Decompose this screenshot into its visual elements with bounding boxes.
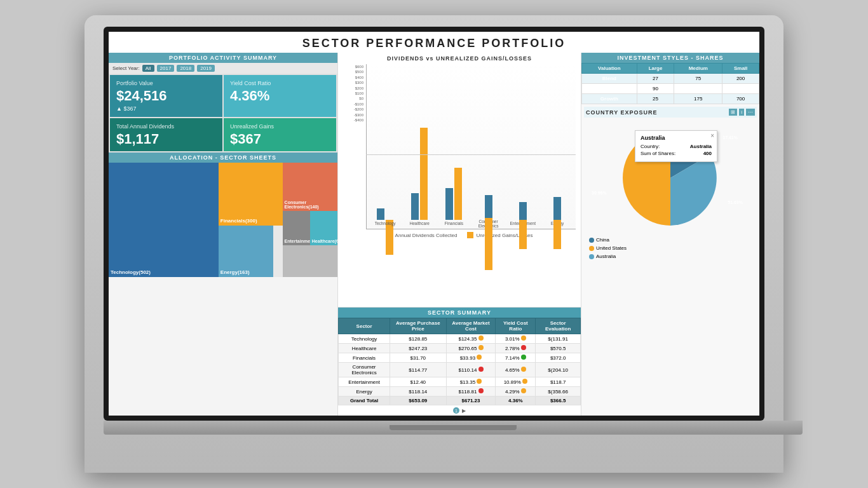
tooltip-shares-row: Sum of Shares: 400 [641, 151, 712, 156]
table-row: Energy $118.14 $118.81 4.29% $(358.66 [339, 387, 581, 396]
treemap-consumer-electronics: Consumer Electronics(140) [283, 163, 337, 211]
total-dividends-label: Total Annual Dividends [116, 123, 216, 130]
table-row: Entertainment $12.40 $13.35 10.89% $118.… [339, 377, 581, 387]
left-panel: PORTFOLIO ACTIVITY SUMMARY Select Year: … [109, 53, 337, 416]
unrealized-gains-label: Unrealized Gains [230, 123, 330, 130]
bar-healthcare-gains [420, 128, 428, 220]
tooltip-title: Australia [641, 135, 712, 141]
legend-china: China [589, 237, 757, 243]
portfolio-summary-header: PORTFOLIO ACTIVITY SUMMARY [109, 53, 337, 63]
legend-dividends: Annual Dividends Collected [386, 232, 458, 238]
total-dividends-value: $1,117 [116, 132, 216, 146]
dot-icon [521, 355, 526, 360]
bar-healthcare-dividends [411, 193, 419, 220]
pie-legend: China United States Australia [584, 237, 757, 259]
chart-section: DIVIDENDS vs UNREALIZED GAINS/LOSSES $60… [338, 53, 581, 307]
year-selector: Select Year: All 2017 2018 2019 [109, 63, 337, 74]
allocation-header: ALLOCATION - SECTOR SHEETS [109, 152, 337, 163]
pie-label-australia: 30.96% [592, 191, 607, 195]
dot-icon [478, 345, 484, 350]
allocation-section: ALLOCATION - SECTOR SHEETS Technology(50… [109, 152, 337, 416]
legend-us-icon [589, 246, 594, 251]
dot-icon [477, 355, 482, 360]
legend-australia: Australia [589, 254, 757, 259]
pie-label-china: 17.41% [722, 135, 738, 140]
col-sector: Sector [339, 318, 390, 334]
legend-gains-icon [467, 232, 473, 238]
col-eval: Sector Evaluation [536, 318, 581, 334]
unrealized-gains-card: Unrealized Gains $367 [224, 118, 336, 151]
chart-controls: ⊞ i ⋯ [729, 109, 755, 116]
table-row: Growth 25 175 700 [582, 94, 759, 104]
unrealized-gains-value: $367 [230, 132, 330, 146]
bar-entertainment-dividends [519, 202, 527, 220]
bar-entertainment-gains [519, 220, 527, 249]
yield-cost-ratio-value: 4.36% [230, 89, 330, 103]
bar-energy-dividends [553, 197, 561, 220]
treemap-financials: Financials(300) [219, 163, 283, 226]
treemap-empty [283, 245, 337, 277]
sector-summary-header: SECTOR SUMMARY [338, 308, 581, 318]
investment-styles-header: INVESTMENT STYLES - SHARES [581, 53, 759, 63]
bar-group-financials: Financials [438, 67, 470, 226]
dot-icon [478, 336, 484, 341]
bar-energy-gains [553, 220, 561, 249]
pie-chart-container: 17.41% 30.96% 51.63% × Australia Country… [584, 124, 757, 232]
country-exposure-header: COUNTRY EXPOSURE ⊞ i ⋯ [584, 107, 757, 118]
more-chart-btn[interactable]: ⋯ [746, 109, 755, 116]
bar-chart: $600 $500 $400 $300 $200 $100 $0 -$100 - [343, 64, 576, 268]
portfolio-value-label: Portfolio Value [116, 80, 216, 86]
total-dividends-card: Total Annual Dividends $1,117 [110, 118, 222, 151]
bar-consumer-dividends [485, 195, 492, 218]
yield-cost-ratio-card: Yield Cost Ratio 4.36% [224, 75, 336, 117]
col-yield: Yield Cost Ratio [496, 318, 536, 334]
sector-table: Sector Average Purchase Price Average Ma… [338, 318, 581, 405]
laptop-hinge [390, 425, 517, 430]
chart-legend: Annual Dividends Collected Unrealized Ga… [343, 232, 576, 238]
dot-icon [477, 379, 482, 384]
grand-total-row: Grand Total $653.09 $671.23 4.36% $366.5 [339, 396, 581, 405]
page-title: SECTOR PERFORMANCE PORTFOLIO [109, 32, 759, 53]
bar-financials-gains [454, 168, 462, 220]
pie-tooltip: × Australia Country: Australia Sum of Sh… [635, 130, 717, 162]
bar-group-entertainment: Entertainment [507, 67, 539, 226]
dot-icon [521, 336, 526, 341]
legend-china-icon [589, 238, 594, 243]
table-row: Consumer Electronics $114.77 $110.14 4.6… [339, 363, 581, 377]
page-indicator: 1 ▶ [338, 405, 581, 416]
col-purchase: Average Purchase Price [390, 318, 446, 334]
portfolio-value-amount: $24,516 [116, 89, 216, 103]
tooltip-close-btn[interactable]: × [710, 132, 714, 139]
treemap-technology: Technology(502) [109, 163, 219, 277]
dot-icon [521, 345, 526, 350]
year-2019-btn[interactable]: 2019 [197, 65, 215, 72]
legend-australia-icon [589, 254, 594, 259]
table-row: Value 90 [582, 84, 759, 94]
yield-cost-ratio-label: Yield Cost Ratio [230, 80, 330, 86]
country-exposure-section: COUNTRY EXPOSURE ⊞ i ⋯ [581, 104, 759, 416]
right-panel: INVESTMENT STYLES - SHARES Valuation Lar… [581, 53, 759, 416]
treemap-healthcare: Healthcare(62) [310, 211, 337, 245]
kpi-grid: Portfolio Value $24,516 ▲ $367 Yield Cos… [109, 74, 337, 152]
year-2017-btn[interactable]: 2017 [157, 65, 175, 72]
year-all-btn[interactable]: All [142, 65, 154, 72]
table-row: Financials $31.70 $33.93 7.14% $372.0 [339, 353, 581, 363]
info-chart-btn[interactable]: i [739, 109, 744, 116]
dot-icon [522, 379, 527, 384]
portfolio-value-change: ▲ $367 [116, 105, 216, 112]
center-panel: DIVIDENDS vs UNREALIZED GAINS/LOSSES $60… [337, 53, 581, 416]
legend-us: United States [589, 245, 757, 251]
table-row: Blend 27 75 200 [582, 74, 759, 84]
col-market: Average Market Cost [446, 318, 496, 334]
sector-summary: SECTOR SUMMARY Sector Average Purchase P… [338, 307, 581, 416]
dot-icon [521, 367, 526, 372]
expand-chart-btn[interactable]: ⊞ [729, 109, 737, 116]
treemap-energy: Energy(163) [219, 226, 273, 277]
investment-styles-table: Valuation Large Medium Small Blend 27 [581, 63, 759, 104]
year-2018-btn[interactable]: 2018 [177, 65, 194, 72]
bar-group-technology: Technology [369, 67, 401, 226]
pie-label-us: 51.63% [728, 200, 743, 205]
bar-financials-dividends [445, 188, 453, 220]
table-row: Technology $128.85 $124.35 3.01% $(131.9… [339, 334, 581, 344]
bar-group-energy: Energy [541, 67, 573, 226]
